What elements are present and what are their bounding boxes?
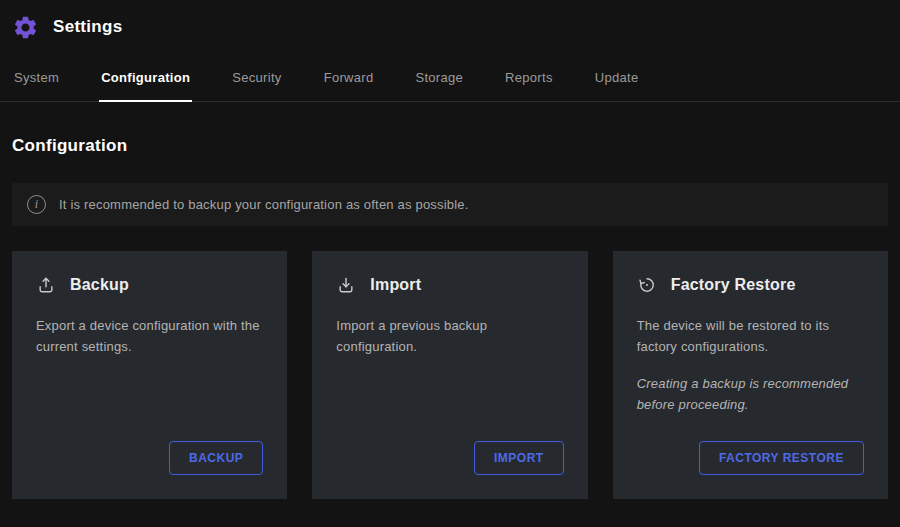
import-card-title: Import <box>370 276 421 294</box>
tab-storage[interactable]: Storage <box>413 64 465 102</box>
factory-restore-button[interactable]: FACTORY RESTORE <box>699 441 864 475</box>
backup-button[interactable]: BACKUP <box>169 441 263 475</box>
tab-security[interactable]: Security <box>230 64 283 102</box>
info-icon: i <box>27 195 46 214</box>
page-title: Settings <box>53 17 122 37</box>
section-heading: Configuration <box>12 136 888 156</box>
tab-forward[interactable]: Forward <box>322 64 376 102</box>
gear-icon <box>12 14 39 41</box>
import-card-description: Import a previous backup configuration. <box>336 315 563 358</box>
settings-tabs: System Configuration Security Forward St… <box>0 64 900 102</box>
factory-restore-card: Factory Restore The device will be resto… <box>613 251 888 499</box>
tab-configuration[interactable]: Configuration <box>99 64 192 102</box>
restore-icon <box>637 275 657 295</box>
backup-card: Backup Export a device configuration wit… <box>12 251 287 499</box>
factory-restore-card-note: Creating a backup is recommended before … <box>637 373 864 416</box>
factory-restore-card-title: Factory Restore <box>671 276 796 294</box>
tab-update[interactable]: Update <box>593 64 641 102</box>
import-card: Import Import a previous backup configur… <box>312 251 587 499</box>
import-button[interactable]: IMPORT <box>474 441 564 475</box>
card-row: Backup Export a device configuration wit… <box>12 251 888 499</box>
page-header: Settings <box>0 0 900 42</box>
import-card-header: Import <box>336 275 563 295</box>
info-banner: i It is recommended to backup your confi… <box>12 183 888 226</box>
backup-card-title: Backup <box>70 276 129 294</box>
factory-restore-card-header: Factory Restore <box>637 275 864 295</box>
tab-system[interactable]: System <box>12 64 61 102</box>
upload-icon <box>36 275 56 295</box>
download-icon <box>336 275 356 295</box>
backup-card-header: Backup <box>36 275 263 295</box>
settings-page: Settings System Configuration Security F… <box>0 0 900 527</box>
backup-card-description: Export a device configuration with the c… <box>36 315 263 358</box>
factory-restore-card-description: The device will be restored to its facto… <box>637 315 864 358</box>
info-banner-text: It is recommended to backup your configu… <box>59 197 469 212</box>
tab-reports[interactable]: Reports <box>503 64 555 102</box>
